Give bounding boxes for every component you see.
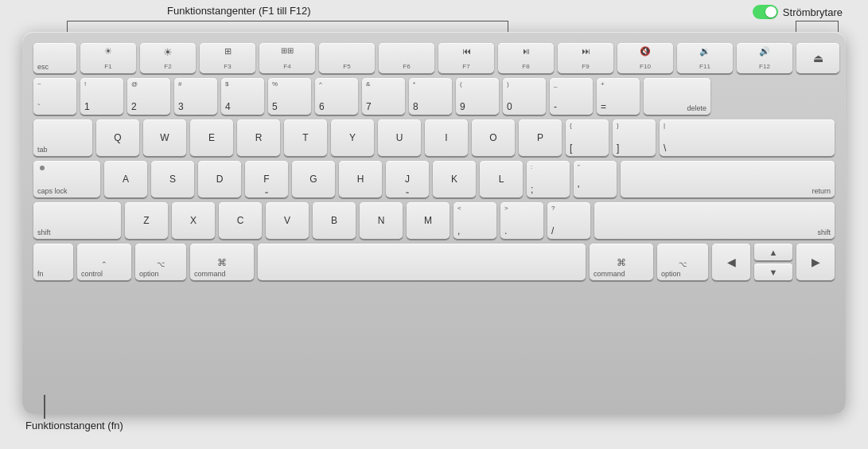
key-f7[interactable]: ⏮ F7: [438, 43, 494, 73]
key-arrow-up[interactable]: ▲: [754, 244, 792, 260]
arrow-up-down-group: ▲ ▼: [754, 244, 792, 280]
key-l[interactable]: L: [480, 161, 523, 197]
key-control[interactable]: ⌃ control: [77, 244, 131, 280]
key-p[interactable]: P: [519, 119, 562, 156]
key-fn[interactable]: fn: [33, 244, 73, 280]
key-f8[interactable]: ⏯ F8: [498, 43, 554, 73]
key-3[interactable]: # 3: [174, 78, 217, 115]
key-option-right[interactable]: ⌥ option: [657, 244, 708, 280]
label-funktionstangenter: Funktionstangenter (F1 till F12): [167, 5, 311, 17]
key-shift-right[interactable]: shift: [594, 202, 835, 239]
key-arrow-right[interactable]: ▶: [796, 244, 835, 280]
key-a[interactable]: A: [104, 161, 147, 197]
key-f6[interactable]: F6: [379, 43, 434, 73]
keyboard-body: esc ☀ F1 ☀ F2 ⊞ F3 ⊞⊞ F4 F5: [22, 32, 846, 414]
line-fn-bottom-cap: [44, 395, 45, 396]
key-y[interactable]: Y: [331, 119, 374, 156]
key-rbracket[interactable]: } ]: [613, 119, 656, 156]
key-command-left[interactable]: ⌘ command: [190, 244, 254, 280]
key-return[interactable]: return: [621, 161, 835, 197]
line-fn-bottom: [44, 396, 45, 419]
key-6[interactable]: ^ 6: [315, 78, 358, 115]
key-capslock[interactable]: caps lock: [33, 161, 100, 197]
key-m[interactable]: M: [407, 202, 450, 239]
key-backtick[interactable]: ~ `: [33, 78, 76, 115]
bracket-fn-keys: [67, 21, 508, 32]
key-arrow-down[interactable]: ▼: [754, 264, 792, 280]
key-rows: esc ☀ F1 ☀ F2 ⊞ F3 ⊞⊞ F4 F5: [33, 43, 835, 280]
key-backslash[interactable]: | \: [660, 119, 835, 156]
key-7[interactable]: & 7: [362, 78, 405, 115]
key-eject[interactable]: ⏏: [796, 43, 839, 73]
key-v[interactable]: V: [266, 202, 309, 239]
row-zxcv: shift Z X C V B N M < , > . ? / shift: [33, 202, 835, 239]
key-minus[interactable]: _ -: [550, 78, 593, 115]
key-f3[interactable]: ⊞ F3: [200, 43, 255, 73]
key-b[interactable]: B: [313, 202, 356, 239]
key-o[interactable]: O: [472, 119, 515, 156]
key-command-right[interactable]: ⌘ command: [590, 244, 653, 280]
key-quote[interactable]: " ': [574, 161, 617, 197]
key-w[interactable]: W: [143, 119, 186, 156]
key-c[interactable]: C: [219, 202, 262, 239]
label-strombrytare: Strömbrytare: [753, 5, 843, 19]
key-f1[interactable]: ☀ F1: [80, 43, 136, 73]
key-f12[interactable]: 🔊 F12: [737, 43, 792, 73]
key-8[interactable]: * 8: [409, 78, 452, 115]
key-t[interactable]: T: [284, 119, 327, 156]
key-f9[interactable]: ⏭ F9: [558, 43, 613, 73]
key-9[interactable]: ( 9: [456, 78, 499, 115]
key-f11[interactable]: 🔉 F11: [677, 43, 733, 73]
row-qwerty: tab Q W E R T Y U I O P { [ } ] | \: [33, 119, 835, 156]
key-5[interactable]: % 5: [268, 78, 311, 115]
bracket-power: [796, 21, 839, 32]
key-arrow-left[interactable]: ◀: [712, 244, 750, 280]
key-option-left[interactable]: ⌥ option: [135, 244, 186, 280]
label-fn-bottom: Funktionstangent (fn): [25, 420, 123, 431]
row-fn: esc ☀ F1 ☀ F2 ⊞ F3 ⊞⊞ F4 F5: [33, 43, 835, 73]
key-z[interactable]: Z: [125, 202, 168, 239]
key-f10[interactable]: 🔇 F10: [617, 43, 673, 73]
key-j[interactable]: J: [386, 161, 429, 197]
key-d[interactable]: D: [198, 161, 241, 197]
key-h[interactable]: H: [339, 161, 382, 197]
row-asdf: caps lock A S D F G H J K L : ; " ': [33, 161, 835, 197]
key-space[interactable]: [258, 244, 586, 280]
key-f[interactable]: F: [245, 161, 288, 197]
row-numbers: ~ ` ! 1 @ 2 # 3 $ 4 % 5: [33, 78, 835, 115]
key-i[interactable]: I: [425, 119, 468, 156]
key-4[interactable]: $ 4: [221, 78, 264, 115]
key-k[interactable]: K: [433, 161, 476, 197]
key-g[interactable]: G: [292, 161, 335, 197]
key-u[interactable]: U: [378, 119, 421, 156]
key-f2[interactable]: ☀ F2: [140, 43, 196, 73]
key-delete[interactable]: delete: [644, 78, 710, 115]
key-0[interactable]: ) 0: [503, 78, 546, 115]
key-shift-left[interactable]: shift: [33, 202, 121, 239]
key-f5[interactable]: F5: [319, 43, 375, 73]
key-tab[interactable]: tab: [33, 119, 92, 156]
key-f4[interactable]: ⊞⊞ F4: [259, 43, 315, 73]
toggle-icon: [753, 5, 778, 19]
key-s[interactable]: S: [151, 161, 194, 197]
key-esc[interactable]: esc: [33, 43, 76, 73]
key-semicolon[interactable]: : ;: [527, 161, 570, 197]
key-r[interactable]: R: [237, 119, 280, 156]
key-slash[interactable]: ? /: [547, 202, 590, 239]
key-e[interactable]: E: [190, 119, 233, 156]
key-comma[interactable]: < ,: [453, 202, 496, 239]
key-1[interactable]: ! 1: [80, 78, 123, 115]
key-2[interactable]: @ 2: [127, 78, 170, 115]
key-n[interactable]: N: [360, 202, 403, 239]
key-lbracket[interactable]: { [: [566, 119, 609, 156]
key-x[interactable]: X: [172, 202, 215, 239]
key-equals[interactable]: + =: [597, 78, 640, 115]
key-period[interactable]: > .: [500, 202, 543, 239]
row-bottom: fn ⌃ control ⌥ option ⌘ command ⌘ comman…: [33, 244, 835, 280]
key-q[interactable]: Q: [96, 119, 139, 156]
